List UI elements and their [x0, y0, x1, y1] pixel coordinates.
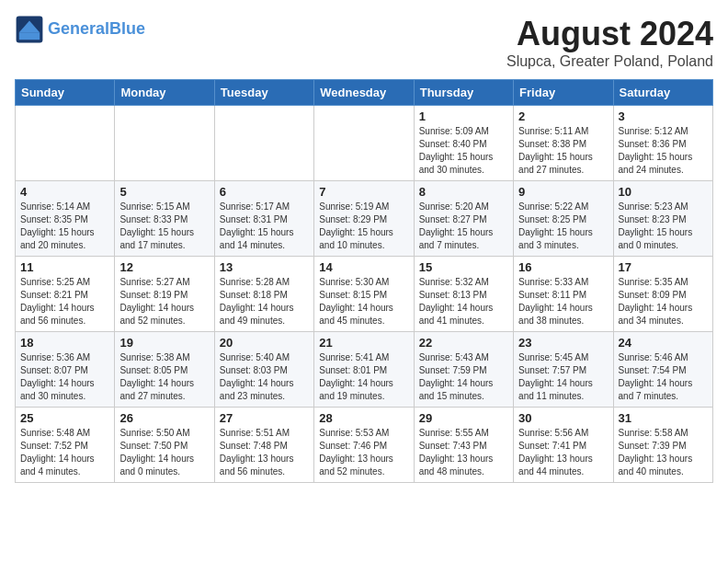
day-number: 3 — [619, 109, 708, 123]
svg-rect-2 — [19, 32, 40, 40]
day-detail: Sunrise: 5:11 AMSunset: 8:38 PMDaylight:… — [518, 126, 593, 175]
logo-text: GeneralBlue — [48, 19, 145, 40]
table-row: 31 Sunrise: 5:58 AMSunset: 7:39 PMDaylig… — [613, 408, 712, 483]
calendar-week-row: 1 Sunrise: 5:09 AMSunset: 8:40 PMDayligh… — [16, 106, 713, 181]
table-row — [314, 106, 414, 181]
table-row — [214, 106, 313, 181]
day-detail: Sunrise: 5:45 AMSunset: 7:57 PMDaylight:… — [518, 352, 593, 401]
day-detail: Sunrise: 5:27 AMSunset: 8:19 PMDaylight:… — [119, 277, 194, 326]
header: GeneralBlue August 2024 Slupca, Greater … — [15, 15, 713, 70]
day-number: 11 — [20, 260, 109, 274]
day-number: 27 — [220, 411, 309, 425]
table-row: 17 Sunrise: 5:35 AMSunset: 8:09 PMDaylig… — [613, 257, 712, 332]
day-number: 1 — [419, 109, 508, 123]
day-detail: Sunrise: 5:43 AMSunset: 7:59 PMDaylight:… — [419, 352, 494, 401]
table-row: 26 Sunrise: 5:50 AMSunset: 7:50 PMDaylig… — [115, 408, 214, 483]
day-detail: Sunrise: 5:51 AMSunset: 7:48 PMDaylight:… — [220, 428, 294, 477]
table-row: 14 Sunrise: 5:30 AMSunset: 8:15 PMDaylig… — [314, 257, 414, 332]
header-monday: Monday — [115, 80, 214, 106]
table-row: 15 Sunrise: 5:32 AMSunset: 8:13 PMDaylig… — [414, 257, 513, 332]
table-row: 23 Sunrise: 5:45 AMSunset: 7:57 PMDaylig… — [514, 332, 613, 408]
day-detail: Sunrise: 5:36 AMSunset: 8:07 PMDaylight:… — [20, 352, 95, 401]
table-row: 2 Sunrise: 5:11 AMSunset: 8:38 PMDayligh… — [514, 106, 613, 181]
logo-icon — [15, 15, 44, 44]
day-detail: Sunrise: 5:38 AMSunset: 8:05 PMDaylight:… — [119, 352, 194, 401]
day-number: 19 — [119, 336, 209, 350]
day-detail: Sunrise: 5:17 AMSunset: 8:31 PMDaylight:… — [220, 201, 294, 250]
table-row: 18 Sunrise: 5:36 AMSunset: 8:07 PMDaylig… — [16, 332, 115, 408]
day-number: 25 — [20, 411, 109, 425]
table-row: 9 Sunrise: 5:22 AMSunset: 8:25 PMDayligh… — [514, 181, 613, 257]
table-row: 6 Sunrise: 5:17 AMSunset: 8:31 PMDayligh… — [214, 181, 313, 257]
day-number: 26 — [119, 411, 209, 425]
logo: GeneralBlue — [15, 15, 145, 44]
day-number: 2 — [518, 109, 608, 123]
day-number: 14 — [319, 260, 408, 274]
day-detail: Sunrise: 5:58 AMSunset: 7:39 PMDaylight:… — [619, 428, 693, 477]
table-row: 10 Sunrise: 5:23 AMSunset: 8:23 PMDaylig… — [613, 181, 712, 257]
table-row: 5 Sunrise: 5:15 AMSunset: 8:33 PMDayligh… — [115, 181, 214, 257]
day-detail: Sunrise: 5:41 AMSunset: 8:01 PMDaylight:… — [319, 352, 393, 401]
day-number: 22 — [419, 336, 508, 350]
day-detail: Sunrise: 5:19 AMSunset: 8:29 PMDaylight:… — [319, 201, 393, 250]
table-row: 8 Sunrise: 5:20 AMSunset: 8:27 PMDayligh… — [414, 181, 513, 257]
month-year-title: August 2024 — [506, 15, 713, 53]
table-row: 30 Sunrise: 5:56 AMSunset: 7:41 PMDaylig… — [514, 408, 613, 483]
day-number: 16 — [518, 260, 608, 274]
calendar-week-row: 25 Sunrise: 5:48 AMSunset: 7:52 PMDaylig… — [16, 408, 713, 483]
logo-line2: Blue — [109, 19, 145, 38]
day-number: 13 — [220, 260, 309, 274]
day-number: 17 — [619, 260, 708, 274]
day-detail: Sunrise: 5:50 AMSunset: 7:50 PMDaylight:… — [119, 428, 194, 477]
day-number: 28 — [319, 411, 408, 425]
day-detail: Sunrise: 5:40 AMSunset: 8:03 PMDaylight:… — [220, 352, 294, 401]
day-detail: Sunrise: 5:09 AMSunset: 8:40 PMDaylight:… — [419, 126, 494, 175]
header-wednesday: Wednesday — [314, 80, 414, 106]
day-detail: Sunrise: 5:20 AMSunset: 8:27 PMDaylight:… — [419, 201, 494, 250]
day-detail: Sunrise: 5:48 AMSunset: 7:52 PMDaylight:… — [20, 428, 95, 477]
table-row — [16, 106, 115, 181]
table-row: 28 Sunrise: 5:53 AMSunset: 7:46 PMDaylig… — [314, 408, 414, 483]
day-detail: Sunrise: 5:35 AMSunset: 8:09 PMDaylight:… — [619, 277, 693, 326]
calendar-table: Sunday Monday Tuesday Wednesday Thursday… — [15, 79, 713, 483]
table-row: 1 Sunrise: 5:09 AMSunset: 8:40 PMDayligh… — [414, 106, 513, 181]
day-detail: Sunrise: 5:53 AMSunset: 7:46 PMDaylight:… — [319, 428, 393, 477]
header-tuesday: Tuesday — [214, 80, 313, 106]
day-detail: Sunrise: 5:33 AMSunset: 8:11 PMDaylight:… — [518, 277, 593, 326]
table-row: 11 Sunrise: 5:25 AMSunset: 8:21 PMDaylig… — [16, 257, 115, 332]
day-number: 31 — [619, 411, 708, 425]
calendar-week-row: 4 Sunrise: 5:14 AMSunset: 8:35 PMDayligh… — [16, 181, 713, 257]
day-number: 18 — [20, 336, 109, 350]
table-row: 7 Sunrise: 5:19 AMSunset: 8:29 PMDayligh… — [314, 181, 414, 257]
day-number: 23 — [518, 336, 608, 350]
day-detail: Sunrise: 5:15 AMSunset: 8:33 PMDaylight:… — [119, 201, 194, 250]
table-row: 24 Sunrise: 5:46 AMSunset: 7:54 PMDaylig… — [613, 332, 712, 408]
day-number: 15 — [419, 260, 508, 274]
day-detail: Sunrise: 5:25 AMSunset: 8:21 PMDaylight:… — [20, 277, 95, 326]
day-detail: Sunrise: 5:22 AMSunset: 8:25 PMDaylight:… — [518, 201, 593, 250]
table-row: 21 Sunrise: 5:41 AMSunset: 8:01 PMDaylig… — [314, 332, 414, 408]
day-detail: Sunrise: 5:56 AMSunset: 7:41 PMDaylight:… — [518, 428, 593, 477]
day-number: 10 — [619, 185, 708, 199]
table-row: 22 Sunrise: 5:43 AMSunset: 7:59 PMDaylig… — [414, 332, 513, 408]
day-detail: Sunrise: 5:46 AMSunset: 7:54 PMDaylight:… — [619, 352, 693, 401]
day-detail: Sunrise: 5:14 AMSunset: 8:35 PMDaylight:… — [20, 201, 95, 250]
table-row: 4 Sunrise: 5:14 AMSunset: 8:35 PMDayligh… — [16, 181, 115, 257]
table-row: 25 Sunrise: 5:48 AMSunset: 7:52 PMDaylig… — [16, 408, 115, 483]
table-row: 13 Sunrise: 5:28 AMSunset: 8:18 PMDaylig… — [214, 257, 313, 332]
day-detail: Sunrise: 5:28 AMSunset: 8:18 PMDaylight:… — [220, 277, 294, 326]
day-number: 5 — [119, 185, 209, 199]
header-saturday: Saturday — [613, 80, 712, 106]
logo-line1: General — [48, 19, 109, 38]
location-subtitle: Slupca, Greater Poland, Poland — [506, 53, 713, 70]
day-number: 12 — [119, 260, 209, 274]
table-row: 16 Sunrise: 5:33 AMSunset: 8:11 PMDaylig… — [514, 257, 613, 332]
header-thursday: Thursday — [414, 80, 513, 106]
table-row: 29 Sunrise: 5:55 AMSunset: 7:43 PMDaylig… — [414, 408, 513, 483]
day-number: 29 — [419, 411, 508, 425]
day-detail: Sunrise: 5:12 AMSunset: 8:36 PMDaylight:… — [619, 126, 693, 175]
table-row — [115, 106, 214, 181]
title-area: August 2024 Slupca, Greater Poland, Pola… — [506, 15, 713, 70]
header-friday: Friday — [514, 80, 613, 106]
calendar-week-row: 18 Sunrise: 5:36 AMSunset: 8:07 PMDaylig… — [16, 332, 713, 408]
